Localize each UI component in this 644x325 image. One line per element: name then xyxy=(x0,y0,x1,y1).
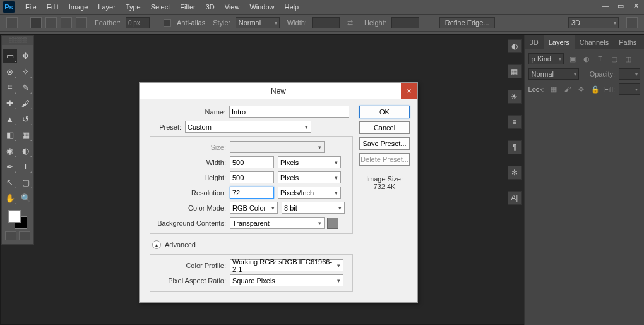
feather-input[interactable]: 0 px xyxy=(126,17,150,28)
lock-image-icon[interactable]: 🖌 xyxy=(563,84,573,94)
antialias-checkbox[interactable] xyxy=(164,19,171,27)
screen-mode-icon[interactable] xyxy=(626,17,638,28)
menu-view[interactable]: View xyxy=(220,3,245,11)
lock-pos-icon[interactable]: ✥ xyxy=(576,84,587,94)
colormode-select[interactable]: RGB Color xyxy=(230,202,278,214)
dialog-titlebar[interactable]: New × xyxy=(140,83,417,99)
shape-tool-icon[interactable]: ▢ xyxy=(19,175,33,189)
bgcolor-swatch[interactable] xyxy=(327,218,338,229)
tab-paths[interactable]: Paths xyxy=(614,35,641,49)
layer-kind-filter[interactable]: ρ Kind xyxy=(528,53,564,64)
preset-select[interactable]: Custom xyxy=(185,121,311,133)
marquee-tool-icon[interactable]: ▭ xyxy=(3,49,17,63)
menu-layer[interactable]: Layer xyxy=(93,3,121,11)
opacity-field[interactable] xyxy=(619,68,640,80)
pen-tool-icon[interactable]: ✒ xyxy=(3,159,17,173)
screenmode-small-icon[interactable] xyxy=(19,231,30,240)
styles-panel-icon[interactable]: ≡ xyxy=(508,115,522,129)
lock-trans-icon[interactable]: ▦ xyxy=(549,84,559,94)
bgcontents-select[interactable]: Transparent xyxy=(230,217,325,229)
history-brush-icon[interactable]: ↺ xyxy=(19,112,33,126)
move-tool-icon[interactable]: ✥ xyxy=(19,49,33,63)
zoom-tool-icon[interactable]: 🔍 xyxy=(19,191,33,205)
swap-icon[interactable]: ⇄ xyxy=(347,19,353,27)
blur-tool-icon[interactable]: ◉ xyxy=(3,144,17,157)
type-tool-icon[interactable]: T xyxy=(19,159,33,173)
style-select[interactable]: Normal xyxy=(236,17,280,28)
intersect-selection-icon[interactable] xyxy=(76,17,87,28)
paragraph-panel-icon[interactable]: ¶ xyxy=(508,140,522,154)
color-panel-icon[interactable]: ◐ xyxy=(508,39,522,53)
opt-width-input xyxy=(312,17,340,28)
tab-3d[interactable]: 3D xyxy=(525,35,544,49)
refine-edge-button[interactable]: Refine Edge... xyxy=(439,17,495,28)
color-swatches[interactable] xyxy=(8,210,27,229)
blend-mode-select[interactable]: Normal xyxy=(528,68,579,80)
ok-button[interactable]: OK xyxy=(359,106,410,118)
character-panel-icon[interactable]: ✻ xyxy=(508,166,522,180)
menu-filter[interactable]: Filter xyxy=(175,3,200,11)
height-unit-select[interactable]: Pixels xyxy=(278,171,341,183)
dodge-tool-icon[interactable]: ◐ xyxy=(19,144,33,157)
quickmask-icon[interactable] xyxy=(5,231,16,240)
eyedropper-tool-icon[interactable]: ✎ xyxy=(19,80,33,94)
save-preset-button[interactable]: Save Preset... xyxy=(359,137,410,150)
tab-layers[interactable]: Layers xyxy=(544,35,575,49)
collapsed-panel-icons: ◐ ▦ ☀ ≡ ¶ ✻ A| xyxy=(505,35,524,325)
resolution-unit-select[interactable]: Pixels/Inch xyxy=(278,187,341,199)
dialog-close-button[interactable]: × xyxy=(401,83,417,99)
filter-pixel-icon[interactable]: ▣ xyxy=(568,54,578,64)
new-selection-icon[interactable] xyxy=(30,17,42,28)
par-select[interactable]: Square Pixels xyxy=(230,274,343,286)
foreground-color-swatch[interactable] xyxy=(8,210,21,223)
window-controls: — ▭ ✕ xyxy=(601,1,640,10)
colorprofile-select[interactable]: Working RGB: sRGB IEC61966-2.1 xyxy=(230,259,343,271)
stamp-tool-icon[interactable]: ▲ xyxy=(3,112,17,126)
menu-help[interactable]: Help xyxy=(280,3,304,11)
gradient-tool-icon[interactable]: ▦ xyxy=(19,128,33,142)
adjustments-panel-icon[interactable]: ☀ xyxy=(508,90,522,104)
filter-shape-icon[interactable]: ▢ xyxy=(609,54,619,64)
minimize-button[interactable]: — xyxy=(601,1,610,10)
close-window-button[interactable]: ✕ xyxy=(631,1,640,10)
crop-tool-icon[interactable]: ⌗ xyxy=(3,80,17,94)
eraser-tool-icon[interactable]: ◧ xyxy=(3,128,17,142)
view-mode-select[interactable]: 3D xyxy=(568,17,619,28)
width-input[interactable] xyxy=(230,156,274,168)
menu-3d[interactable]: 3D xyxy=(201,3,220,11)
width-unit-select[interactable]: Pixels xyxy=(278,156,341,168)
subtract-selection-icon[interactable] xyxy=(61,17,72,28)
lock-all-icon[interactable]: 🔒 xyxy=(590,84,600,94)
menu-select[interactable]: Select xyxy=(146,3,176,11)
path-tool-icon[interactable]: ↖ xyxy=(3,175,17,189)
height-input[interactable] xyxy=(230,171,274,183)
swatches-panel-icon[interactable]: ▦ xyxy=(508,64,522,78)
advanced-toggle[interactable]: ▴ xyxy=(152,240,161,249)
menu-window[interactable]: Window xyxy=(244,3,279,11)
type-panel-icon[interactable]: A| xyxy=(508,191,522,205)
quickmask-row xyxy=(3,231,32,240)
maximize-button[interactable]: ▭ xyxy=(616,1,625,10)
bitdepth-select[interactable]: 8 bit xyxy=(282,202,345,214)
heal-tool-icon[interactable]: ✚ xyxy=(3,96,17,110)
menu-file[interactable]: File xyxy=(20,3,42,11)
filter-type-icon[interactable]: T xyxy=(595,54,605,64)
tab-channels[interactable]: Channels xyxy=(575,35,614,49)
lasso-tool-icon[interactable]: ⊗ xyxy=(3,64,17,78)
wand-tool-icon[interactable]: ✧ xyxy=(19,64,33,78)
menu-image[interactable]: Image xyxy=(64,3,93,11)
filter-adjust-icon[interactable]: ◐ xyxy=(581,54,592,64)
menu-edit[interactable]: Edit xyxy=(42,3,64,11)
name-input[interactable] xyxy=(229,106,349,118)
size-label: Size: xyxy=(155,144,230,151)
cancel-button[interactable]: Cancel xyxy=(359,121,410,134)
toolbox-grip[interactable]: ░░░░░ xyxy=(2,36,33,45)
brush-tool-icon[interactable]: 🖌 xyxy=(19,96,33,110)
tool-preset-icon[interactable] xyxy=(6,17,18,28)
add-selection-icon[interactable] xyxy=(45,17,57,28)
resolution-input[interactable] xyxy=(230,187,274,199)
filter-smart-icon[interactable]: ◫ xyxy=(623,54,633,64)
hand-tool-icon[interactable]: ✋ xyxy=(3,191,17,205)
menu-type[interactable]: Type xyxy=(121,3,146,11)
fill-field[interactable] xyxy=(619,83,640,95)
